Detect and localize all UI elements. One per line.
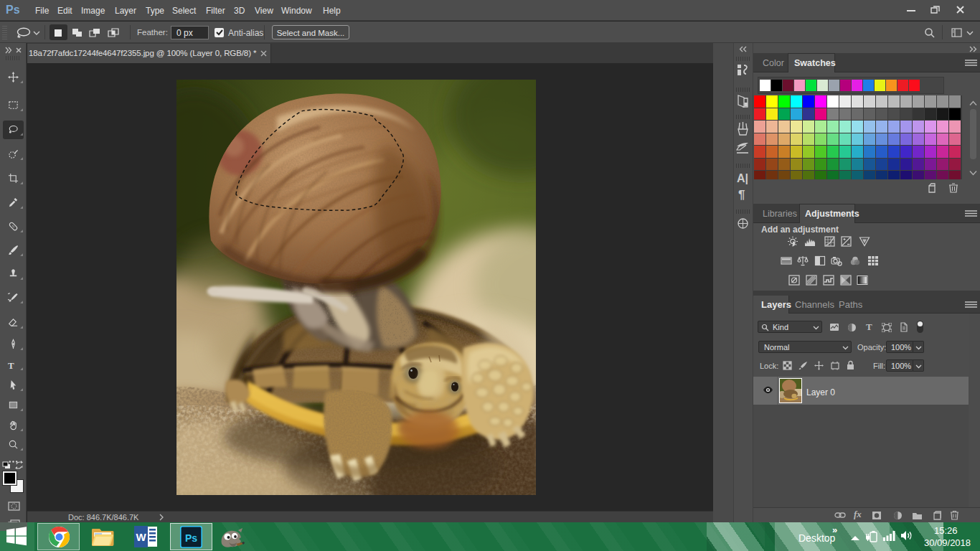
svg-text:Ps: Ps (185, 532, 197, 544)
svg-text:W: W (136, 531, 146, 543)
